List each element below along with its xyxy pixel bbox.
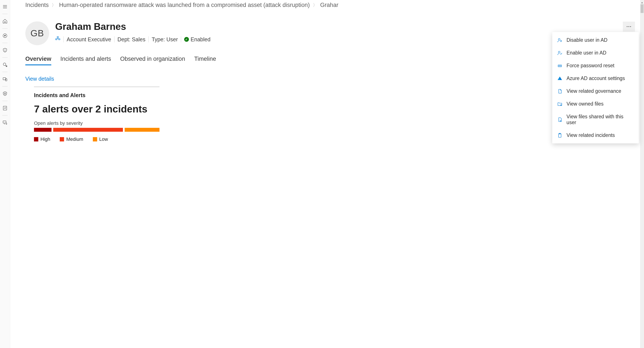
svg-rect-14	[3, 121, 6, 123]
action-menu: Disable user in AD Enable user in AD For…	[552, 32, 639, 143]
status-badge: ✓ Enabled	[184, 36, 210, 43]
svg-line-33	[560, 120, 561, 121]
menu-view-owned-files[interactable]: View owned files	[552, 97, 639, 110]
more-actions-button[interactable]	[623, 22, 635, 31]
page-title: Graham Barnes	[55, 21, 635, 32]
nav-separator	[2, 43, 8, 43]
menu-disable-user[interactable]: Disable user in AD	[552, 34, 639, 46]
tab-overview[interactable]: Overview	[25, 55, 51, 65]
nav-separator	[2, 115, 8, 115]
svg-point-24	[558, 51, 560, 53]
nav-separator	[2, 86, 8, 86]
section-divider	[34, 87, 160, 87]
svg-point-7	[3, 63, 6, 65]
legend-label: Medium	[66, 136, 83, 142]
tab-bar: Overview Incidents and alerts Observed i…	[25, 55, 635, 65]
chevron-right-icon: 〉	[313, 2, 317, 8]
folder-user-icon	[557, 101, 563, 107]
chevron-right-icon: 〉	[52, 2, 56, 8]
shield-gear-icon[interactable]	[0, 89, 10, 99]
file-icon	[557, 88, 563, 94]
severity-chart-label: Open alerts by severity	[34, 120, 635, 126]
svg-point-6	[5, 51, 5, 51]
clipboard-icon	[557, 133, 563, 138]
overview-section: View details Incidents and Alerts 7 aler…	[25, 65, 635, 142]
menu-enable-user[interactable]: Enable user in AD	[552, 46, 639, 59]
severity-segment-low	[125, 128, 160, 132]
menu-force-password-reset[interactable]: Force password reset	[552, 59, 639, 72]
legend-medium: Medium	[60, 136, 83, 142]
severity-segment-high	[34, 128, 52, 132]
view-details-link[interactable]: View details	[25, 76, 54, 82]
legend-high: High	[34, 136, 50, 142]
status-text: Enabled	[191, 36, 210, 43]
svg-rect-19	[56, 39, 57, 40]
tab-observed-in-org[interactable]: Observed in organization	[120, 55, 185, 65]
legend-low: Low	[93, 136, 108, 142]
hunting-icon[interactable]	[0, 60, 10, 70]
shield-alert-icon[interactable]	[0, 45, 10, 55]
nav-separator	[2, 57, 8, 57]
check-circle-icon: ✓	[184, 37, 189, 42]
tab-incidents-alerts[interactable]: Incidents and alerts	[60, 55, 111, 65]
svg-rect-13	[3, 106, 7, 110]
home-icon[interactable]	[0, 16, 10, 26]
meta-separator	[114, 36, 114, 42]
avatar: GB	[25, 21, 49, 45]
breadcrumb-leaf: Grahar	[320, 2, 338, 8]
menu-view-related-incidents[interactable]: View related incidents	[552, 129, 639, 142]
password-reset-icon	[557, 63, 563, 68]
org-chart-icon[interactable]	[55, 36, 60, 43]
svg-point-12	[4, 93, 6, 94]
user-disable-icon	[557, 37, 563, 43]
compass-icon[interactable]	[0, 31, 10, 41]
tab-timeline[interactable]: Timeline	[194, 55, 216, 65]
hamburger-menu-icon[interactable]	[0, 2, 10, 12]
svg-point-31	[560, 105, 561, 105]
incidents-alerts-heading: Incidents and Alerts	[34, 92, 635, 98]
user-meta: Account Executive Dept: Sales Type: User…	[55, 36, 635, 43]
user-enable-icon	[557, 50, 563, 56]
azure-icon	[557, 76, 563, 81]
menu-view-shared-files[interactable]: View files shared with this user	[552, 110, 639, 129]
legend-swatch-medium	[60, 137, 64, 141]
breadcrumb-incident[interactable]: Human-operated ransomware attack was lau…	[59, 2, 310, 8]
menu-label: Force password reset	[566, 63, 614, 68]
legend-swatch-high	[34, 137, 38, 141]
svg-rect-20	[59, 39, 60, 40]
user-type: Type: User	[152, 36, 178, 43]
nav-separator	[2, 72, 8, 72]
menu-label: View related governance	[566, 88, 621, 94]
legend-swatch-low	[93, 137, 97, 141]
meta-separator	[148, 36, 149, 42]
left-nav-rail	[0, 0, 10, 348]
legend-label: Low	[99, 136, 108, 142]
svg-rect-16	[57, 36, 58, 38]
svg-point-21	[558, 38, 560, 40]
nav-separator	[2, 101, 8, 101]
user-dept: Dept: Sales	[118, 36, 146, 43]
main-panel: ▲ Incidents 〉 Human-operated ransomware …	[10, 0, 644, 348]
breadcrumb-root[interactable]: Incidents	[25, 2, 49, 8]
nav-separator	[2, 14, 8, 14]
devices-icon[interactable]	[0, 74, 10, 84]
svg-point-28	[560, 65, 561, 66]
user-title: Account Executive	[67, 36, 111, 43]
svg-marker-30	[558, 76, 560, 80]
file-share-icon	[557, 117, 563, 122]
menu-label: View related incidents	[566, 132, 615, 138]
menu-label: Azure AD account settings	[566, 75, 625, 81]
nav-separator	[2, 28, 8, 28]
menu-label: Enable user in AD	[566, 50, 606, 56]
severity-segment-medium	[53, 128, 123, 132]
menu-azure-settings[interactable]: Azure AD account settings	[552, 72, 639, 85]
svg-marker-4	[4, 35, 6, 36]
legend-label: High	[40, 136, 50, 142]
menu-label: Disable user in AD	[566, 37, 608, 43]
svg-point-26	[559, 65, 559, 66]
menu-view-governance[interactable]: View related governance	[552, 85, 639, 97]
reports-icon[interactable]	[0, 103, 10, 113]
user-header: GB Graham Barnes Account Executive	[25, 21, 635, 45]
endpoint-icon[interactable]	[0, 118, 10, 128]
severity-bar-chart	[34, 128, 160, 132]
